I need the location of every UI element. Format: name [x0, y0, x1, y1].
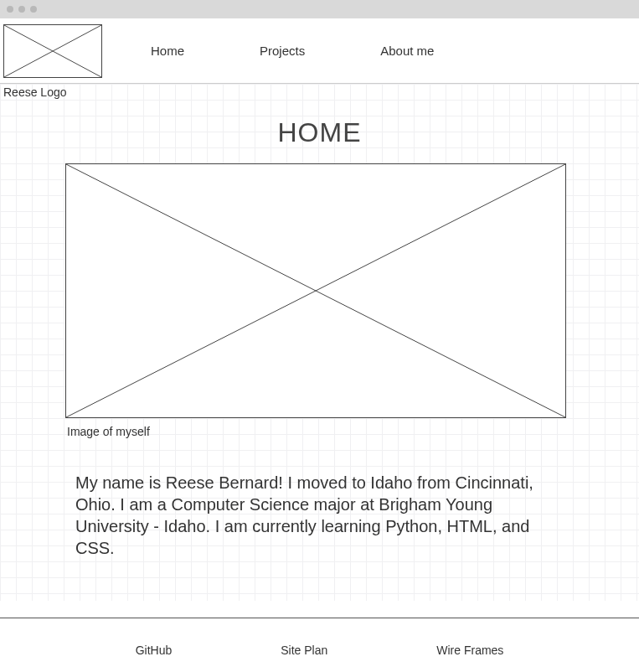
hero-image-placeholder	[65, 163, 566, 418]
logo-caption: Reese Logo	[3, 84, 639, 99]
hero-image-caption: Image of myself	[65, 418, 574, 438]
nav-projects[interactable]: Projects	[260, 44, 305, 58]
window-dot-icon	[7, 6, 13, 13]
nav-home[interactable]: Home	[151, 44, 184, 58]
window-dot-icon	[30, 6, 37, 13]
window-dot-icon	[18, 6, 25, 13]
page-title: HOME	[0, 99, 639, 163]
nav-about-me[interactable]: About me	[380, 44, 434, 58]
footer: GitHub Site Plan Wire Frames	[0, 618, 639, 672]
intro-paragraph: My name is Reese Bernard! I moved to Ida…	[65, 438, 551, 567]
main-content: Image of myself My name is Reese Bernard…	[0, 163, 639, 601]
main-nav: Home Projects About me	[151, 44, 434, 58]
footer-link-site-plan[interactable]: Site Plan	[281, 644, 327, 657]
window-titlebar	[0, 0, 639, 18]
page-body: Reese Logo HOME Image of myself My name …	[0, 84, 639, 601]
logo-placeholder	[3, 24, 102, 78]
footer-link-wire-frames[interactable]: Wire Frames	[436, 644, 503, 657]
header: Home Projects About me	[0, 18, 639, 84]
footer-link-github[interactable]: GitHub	[136, 644, 173, 657]
